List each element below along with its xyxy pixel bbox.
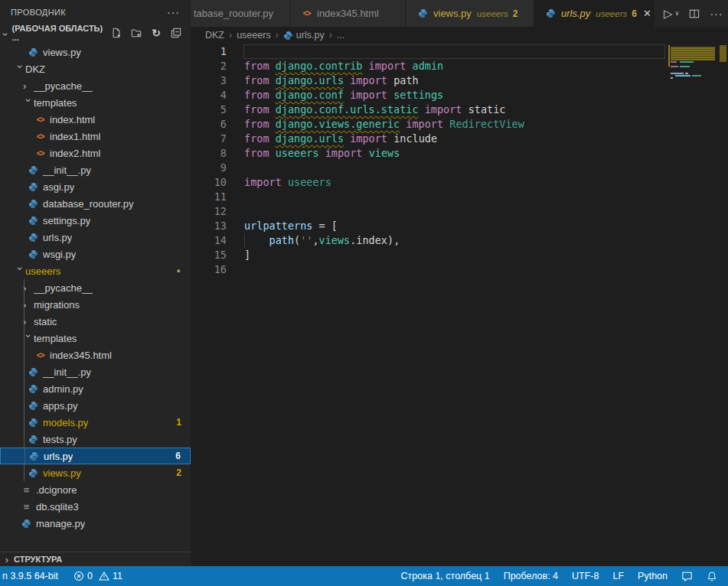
indent-guide bbox=[24, 464, 24, 481]
tree-item-database_roouter.py[interactable]: database_roouter.py bbox=[0, 195, 191, 212]
line-number[interactable]: 13 bbox=[191, 219, 227, 233]
tree-item-settings.py[interactable]: settings.py bbox=[0, 212, 191, 229]
file-name: tests.py bbox=[43, 434, 77, 445]
line-number[interactable]: 10 bbox=[191, 175, 227, 190]
code-line-8[interactable]: 8from useeers import views bbox=[191, 146, 728, 161]
python-interpreter-status[interactable]: n 3.9.5 64-bit bbox=[2, 571, 58, 581]
code-line-13[interactable]: 13urlpatterns = [ bbox=[191, 219, 728, 233]
tree-item-asgi.py[interactable]: asgi.py bbox=[0, 178, 191, 195]
code-line-9[interactable]: 9 bbox=[191, 161, 728, 175]
minimap[interactable] bbox=[670, 44, 718, 566]
tree-item-static[interactable]: ›static bbox=[0, 313, 191, 330]
tree-item-index2.html[interactable]: <>index2.html bbox=[0, 145, 191, 161]
code-line-12[interactable]: 12 bbox=[191, 204, 728, 219]
code-line-1[interactable]: 1 bbox=[191, 44, 728, 59]
code-line-3[interactable]: 3from django.urls import path bbox=[191, 73, 728, 88]
line-number[interactable]: 9 bbox=[191, 161, 227, 175]
code-line-10[interactable]: 10import useeers bbox=[191, 175, 728, 190]
refresh-icon[interactable]: ↻ bbox=[149, 26, 163, 40]
line-number[interactable]: 8 bbox=[191, 146, 227, 161]
line-number[interactable]: 3 bbox=[191, 73, 227, 88]
tab-tabase_roouter.py[interactable]: tabase_roouter.py bbox=[191, 0, 291, 27]
overview-ruler[interactable] bbox=[718, 27, 728, 566]
code-line-2[interactable]: 2from django.contrib import admin bbox=[191, 59, 728, 73]
tree-item-admin.py[interactable]: admin.py bbox=[0, 380, 191, 397]
language-mode-status[interactable]: Python bbox=[638, 571, 668, 581]
tree-item-useeers[interactable]: ›useeers● bbox=[0, 262, 191, 279]
outline-section-header[interactable]: › СТРУКТУРА bbox=[0, 552, 191, 566]
indentation-status[interactable]: Пробелов: 4 bbox=[504, 571, 558, 581]
tree-item-apps.py[interactable]: apps.py bbox=[0, 397, 191, 414]
workspace-section-header[interactable]: › (РАБОЧАЯ ОБЛАСТЬ) ... ↻ bbox=[0, 24, 191, 41]
feedback-icon[interactable] bbox=[681, 571, 693, 582]
code-editor[interactable]: 12from django.contrib import admin3from … bbox=[191, 44, 728, 277]
new-folder-icon[interactable] bbox=[129, 26, 143, 40]
line-number[interactable]: 11 bbox=[191, 190, 227, 204]
tree-item-DKZ[interactable]: ›DKZ bbox=[0, 60, 191, 77]
run-button[interactable]: ▷ ∨ bbox=[664, 7, 679, 21]
line-number[interactable]: 1 bbox=[191, 44, 227, 59]
code-line-4[interactable]: 4from django.conf import settings bbox=[191, 88, 728, 103]
tree-item-views.py[interactable]: views.py bbox=[0, 44, 191, 60]
tree-item-tests.py[interactable]: tests.py bbox=[0, 431, 191, 448]
new-file-icon[interactable] bbox=[109, 26, 123, 40]
collapse-all-icon[interactable] bbox=[169, 26, 183, 40]
bell-icon[interactable] bbox=[707, 571, 717, 582]
explorer-more-actions-icon[interactable]: ··· bbox=[167, 6, 180, 18]
code-line-6[interactable]: 6from django.views.generic import Redire… bbox=[191, 117, 728, 132]
tree-item-views.py[interactable]: views.py2 bbox=[0, 464, 191, 481]
tree-item-templates[interactable]: ›templates bbox=[0, 94, 191, 111]
code-line-11[interactable]: 11 bbox=[191, 190, 728, 204]
tree-item-urls.py[interactable]: urls.py bbox=[0, 229, 191, 246]
line-number[interactable]: 12 bbox=[191, 204, 227, 219]
code-line-5[interactable]: 5from django.conf.urls.static import sta… bbox=[191, 103, 728, 117]
split-editor-icon[interactable] bbox=[689, 8, 700, 19]
modified-dot: ● bbox=[177, 267, 191, 275]
eol-status[interactable]: LF bbox=[612, 571, 624, 581]
tree-item-manage.py[interactable]: manage.py bbox=[0, 515, 191, 532]
breadcrumb-item-...[interactable]: ... bbox=[337, 30, 344, 41]
tree-item-__pycache__[interactable]: ›__pycache__ bbox=[0, 279, 191, 296]
tree-item-index1.html[interactable]: <>index1.html bbox=[0, 128, 191, 145]
current-line-highlight bbox=[243, 44, 665, 59]
line-number[interactable]: 2 bbox=[191, 59, 227, 73]
line-number[interactable]: 4 bbox=[191, 88, 227, 103]
breadcrumb[interactable]: DKZ›useeers›urls.py›... bbox=[191, 27, 728, 44]
code-line-7[interactable]: 7from django.urls import include bbox=[191, 132, 728, 146]
line-number[interactable]: 15 bbox=[191, 248, 227, 262]
tree-item-__init__.py[interactable]: __init__.py bbox=[0, 161, 191, 178]
line-text: path('',views.index), bbox=[227, 233, 400, 248]
line-number[interactable]: 6 bbox=[191, 117, 227, 132]
code-line-16[interactable]: 16 bbox=[191, 262, 728, 277]
file-name: templates bbox=[34, 97, 77, 109]
tab-index345.html[interactable]: <>index345.html bbox=[291, 0, 406, 27]
breadcrumb-item-DKZ[interactable]: DKZ bbox=[205, 30, 224, 41]
code-line-14[interactable]: 14 path('',views.index), bbox=[191, 233, 728, 248]
tab-views.py[interactable]: views.pyuseeers2 bbox=[406, 0, 534, 27]
line-number[interactable]: 5 bbox=[191, 103, 227, 117]
cursor-position-status[interactable]: Строка 1, столбец 1 bbox=[401, 571, 490, 581]
tree-item-index345.html[interactable]: <>index345.html bbox=[0, 347, 191, 363]
encoding-status[interactable]: UTF-8 bbox=[572, 571, 599, 581]
tree-item-__init__.py[interactable]: __init__.py bbox=[0, 363, 191, 380]
line-number[interactable]: 14 bbox=[191, 233, 227, 248]
tree-item-index.html[interactable]: <>index.html bbox=[0, 111, 191, 128]
close-icon[interactable]: ✕ bbox=[643, 8, 651, 19]
line-number[interactable]: 7 bbox=[191, 132, 227, 146]
tree-item-__pycache__[interactable]: ›__pycache__ bbox=[0, 77, 191, 94]
tree-item-templates[interactable]: ›templates bbox=[0, 330, 191, 347]
more-actions-icon[interactable]: ··· bbox=[710, 8, 723, 20]
code-line-15[interactable]: 15] bbox=[191, 248, 728, 262]
tree-item-db.sqlite3[interactable]: ≡db.sqlite3 bbox=[0, 498, 191, 515]
tree-item-models.py[interactable]: models.py1 bbox=[0, 414, 191, 431]
tab-urls.py[interactable]: urls.pyuseeers6✕ bbox=[534, 0, 655, 27]
tree-item-migrations[interactable]: ›migrations bbox=[0, 296, 191, 313]
problems-status[interactable]: 0 11 bbox=[73, 571, 122, 581]
line-text: from django.urls import path bbox=[227, 73, 419, 88]
line-number[interactable]: 16 bbox=[191, 262, 227, 277]
breadcrumb-item-useeers[interactable]: useeers bbox=[237, 30, 270, 41]
tree-item-wsgi.py[interactable]: wsgi.py bbox=[0, 246, 191, 262]
tree-item-.dcignore[interactable]: ≡.dcignore bbox=[0, 481, 191, 498]
tree-item-urls.py[interactable]: urls.py6 bbox=[0, 448, 191, 464]
breadcrumb-item-urls.py[interactable]: urls.py bbox=[283, 30, 325, 41]
